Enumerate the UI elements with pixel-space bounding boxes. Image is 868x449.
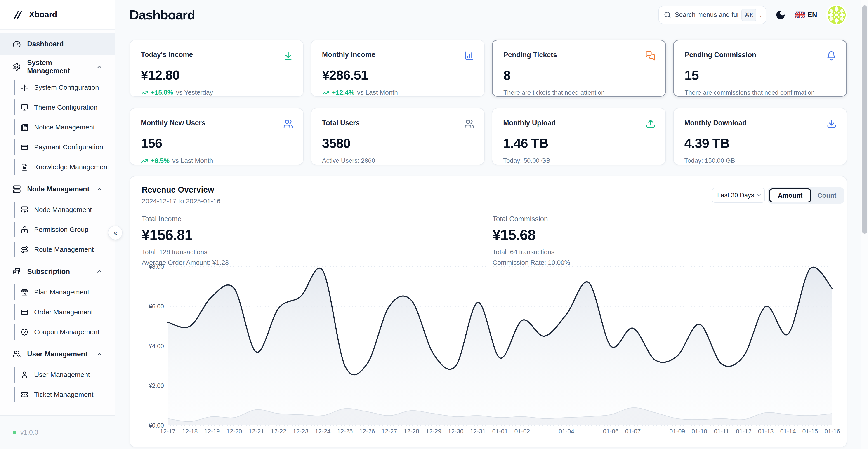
svg-text:01-09: 01-09 [669, 428, 685, 435]
sidebar-item-route-management[interactable]: Route Management [0, 239, 115, 259]
scrollbar-thumb[interactable] [862, 5, 867, 234]
stat-card-value: ¥286.51 [322, 67, 474, 83]
avatar-identicon [826, 4, 847, 25]
svg-text:¥6.00: ¥6.00 [148, 303, 164, 310]
sidebar-item-label: Dashboard [27, 40, 64, 48]
sidebar-nav: DashboardSystem ManagementSystem Configu… [0, 30, 115, 405]
sidebar-item-coupon-management[interactable]: Coupon Management [0, 322, 115, 342]
search-input[interactable]: Search menus and functio ⌘K . [658, 6, 766, 24]
sidebar-item-permission-group[interactable]: Permission Group [0, 220, 115, 239]
trending-up-icon [322, 89, 329, 96]
sidebar-footer: v1.0.0 [0, 415, 115, 449]
bell-icon [827, 51, 836, 61]
topbar-actions: Search menus and functio ⌘K . EN [658, 4, 847, 25]
users-icon [464, 119, 474, 129]
trend-value: +12.4% [332, 89, 354, 96]
ticket-icon [21, 391, 28, 398]
gauge-icon [13, 40, 21, 48]
sidebar-item-system-configuration[interactable]: System Configuration [0, 77, 115, 97]
date-range-select[interactable]: Last 30 Days [712, 188, 765, 203]
svg-text:12-24: 12-24 [315, 428, 331, 435]
stat-card-title: Monthly Upload [503, 119, 556, 127]
stat-card-value: 3580 [322, 136, 474, 151]
server-zap-icon [21, 206, 28, 214]
stat-card-today-s-income: Today's Income¥12.80+15.8%vs Yesterday [129, 40, 304, 97]
app-logo[interactable]: Xboard [0, 0, 115, 30]
stat-card-title: Monthly New Users [141, 119, 206, 127]
sidebar-item-label: Route Management [34, 246, 94, 253]
toggle-count-button[interactable]: Count [811, 192, 843, 199]
theme-toggle-button[interactable] [775, 10, 786, 20]
sidebar-item-user-management[interactable]: User Management [0, 365, 115, 385]
sidebar-item-plan-management[interactable]: Plan Management [0, 282, 115, 302]
sidebar-collapse-button[interactable]: « [108, 226, 123, 240]
stat-card-title: Pending Commission [685, 51, 756, 59]
svg-text:01-14: 01-14 [780, 428, 796, 435]
svg-text:01-12: 01-12 [736, 428, 751, 435]
language-switcher[interactable]: EN [795, 11, 817, 19]
svg-text:12-26: 12-26 [359, 428, 375, 435]
stat-card-monthly-income: Monthly Income¥286.51+12.4%vs Last Month [311, 40, 485, 97]
svg-text:¥4.00: ¥4.00 [148, 343, 164, 350]
sidebar-item-label: Theme Configuration [34, 103, 97, 111]
logo-slashes-icon [13, 9, 23, 20]
trend-value: +15.8% [151, 89, 173, 96]
chevron-up-icon [96, 64, 103, 70]
chevron-up-icon [96, 351, 103, 357]
stat-card-trend: +15.8%vs Yesterday [141, 89, 293, 96]
sidebar-group-node-management[interactable]: Node Management [0, 178, 115, 200]
stat-card-monthly-new-users: Monthly New Users156+8.5%vs Last Month [129, 108, 304, 165]
sidebar-item-notice-management[interactable]: Notice Management [0, 117, 115, 137]
svg-text:01-10: 01-10 [691, 428, 707, 435]
main-content: Dashboard Search menus and functio ⌘K . [116, 0, 868, 449]
users-icon [13, 350, 21, 358]
date-range-select-value: Last 30 Days [717, 192, 754, 199]
topbar: Dashboard Search menus and functio ⌘K . [116, 0, 868, 30]
total-income-transactions: Total: 128 transactions [142, 248, 229, 256]
stat-card-value: 15 [685, 68, 837, 83]
file-text-icon [21, 163, 28, 171]
trending-up-icon [141, 89, 148, 96]
svg-text:12-21: 12-21 [248, 428, 264, 435]
avatar[interactable] [826, 4, 847, 25]
toggle-amount-button[interactable]: Amount [769, 188, 811, 202]
trend-note: vs Last Month [172, 157, 213, 164]
sidebar-item-node-management[interactable]: Node Management [0, 200, 115, 220]
svg-text:12-28: 12-28 [403, 428, 419, 435]
stat-card-monthly-upload: Monthly Upload1.46 TBToday: 50.00 GB [492, 108, 666, 165]
svg-text:12-27: 12-27 [381, 428, 397, 435]
uk-flag-icon [795, 11, 805, 18]
sidebar-group-subscription[interactable]: Subscription [0, 261, 115, 282]
stat-card-value: 4.39 TB [684, 136, 837, 151]
page-scrollbar [861, 0, 868, 449]
sidebar-item-knowledge-management[interactable]: Knowledge Management [0, 157, 115, 177]
sidebar-group-system-management[interactable]: System Management [0, 56, 115, 77]
page-title: Dashboard [129, 7, 195, 22]
svg-text:12-22: 12-22 [271, 428, 286, 435]
svg-text:01-11: 01-11 [714, 428, 729, 435]
sidebar-item-ticket-management[interactable]: Ticket Management [0, 385, 115, 405]
badge-check-icon [21, 328, 28, 336]
sidebar-item-order-management[interactable]: Order Management [0, 302, 115, 322]
stat-card-title: Monthly Income [322, 51, 375, 59]
svg-text:01-06: 01-06 [603, 428, 618, 435]
sidebar-group-label: User Management [27, 350, 88, 358]
total-income-metric: Total Income ¥156.81 Total: 128 transact… [142, 215, 229, 266]
trend-note: vs Last Month [357, 89, 398, 96]
users-icon [283, 119, 293, 129]
stat-card-total-users: Total Users3580Active Users: 2860 [311, 108, 485, 165]
tickets-icon [13, 267, 21, 276]
revenue-title: Revenue Overview [142, 185, 214, 195]
svg-text:12-23: 12-23 [293, 428, 308, 435]
stat-card-title: Total Users [322, 119, 360, 127]
stat-card-title: Today's Income [141, 51, 193, 59]
svg-text:¥8.00: ¥8.00 [148, 263, 164, 270]
sidebar-item-theme-configuration[interactable]: Theme Configuration [0, 97, 115, 117]
sidebar-item-label: Node Management [34, 206, 92, 214]
stat-card-trend: +12.4%vs Last Month [322, 89, 474, 96]
sidebar-item-payment-configuration[interactable]: Payment Configuration [0, 137, 115, 157]
language-label: EN [807, 11, 817, 19]
revenue-overview-card: Revenue Overview 2024-12-17 to 2025-01-1… [129, 176, 847, 447]
sidebar-group-user-management[interactable]: User Management [0, 343, 115, 365]
sidebar-item-dashboard[interactable]: Dashboard [0, 33, 115, 55]
